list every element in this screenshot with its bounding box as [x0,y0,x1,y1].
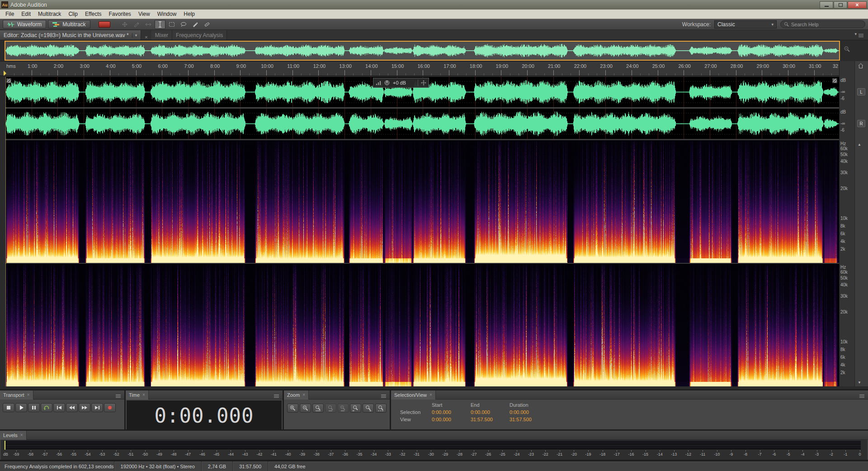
status-file-size: 2,74 GB [201,461,232,471]
transport-panel-tab[interactable]: Transport× [0,390,33,400]
transport-close-icon[interactable]: × [27,392,30,397]
search-input[interactable] [791,22,862,27]
menu-favorites[interactable]: Favorites [105,11,135,17]
menu-edit[interactable]: Edit [18,11,34,17]
minimize-button[interactable] [820,1,833,9]
tab-editor[interactable]: Editor: Zodiac (=1983=) Music in the Uni… [0,30,141,40]
selection-handle-left[interactable] [6,78,11,83]
zoom-full-button[interactable] [312,404,324,413]
left-channel-button[interactable]: L [857,88,865,95]
bottom-panel-row: Transport× Time× 0:00.000 [0,390,868,429]
ruler-label: 24:00 [626,63,639,69]
slip-tool[interactable] [143,20,154,29]
selection-end-value[interactable]: 0:00.000 [471,409,509,415]
zoom-out-full-button[interactable] [338,404,349,413]
spectrogram-left-channel[interactable] [5,140,839,263]
close-button[interactable]: × [848,1,867,9]
levels-scale-label: -55 [71,452,76,457]
selection-start-value[interactable]: 0:00.000 [432,409,471,415]
selection-view-close-icon[interactable]: × [429,392,432,397]
ruler-label: 28:00 [731,63,743,69]
overview-zoom-out-icon[interactable] [844,46,851,54]
overview-waveform[interactable] [5,42,839,60]
timeline-ruler[interactable]: hms 1:002:003:004:005:006:007:008:009:00… [0,61,854,76]
view-start-value[interactable]: 0:00.000 [432,417,471,422]
home-zoom-icon[interactable] [858,63,864,70]
zoom-out-button[interactable] [300,404,311,413]
tab-frequency-analysis[interactable]: Frequency Analysis [172,30,227,40]
record-button[interactable] [104,403,116,412]
loop-playback-button[interactable] [41,403,52,412]
spectrogram-right-channel[interactable] [5,264,839,386]
spot-healing-brush-tool[interactable] [202,20,212,29]
menu-view[interactable]: View [135,11,154,17]
maximize-button[interactable] [834,1,847,9]
move-tool[interactable] [119,20,130,29]
zoom-to-selection-button[interactable] [325,404,336,413]
view-duration-value[interactable]: 31:57.500 [509,417,553,422]
workspace-select[interactable]: Classic ▾ [714,20,777,29]
editor-group-close-icon[interactable]: × [141,34,151,40]
selection-view-panel-tab[interactable]: Selection/View× [391,390,436,400]
time-panel-tab[interactable]: Time× [126,390,149,400]
zoom-in-left-edge-button[interactable] [350,404,361,413]
tab-mixer[interactable]: Mixer [151,30,172,40]
search-help-box[interactable] [780,20,865,28]
freq-scale-label: 6k [840,231,854,236]
levels-panel-tab[interactable]: Levels× [0,431,27,440]
waveform-view-button[interactable]: Waveform [3,20,46,29]
right-channel-button[interactable]: R [857,120,865,127]
waveform-right-channel[interactable] [5,109,839,139]
marquee-selection-tool[interactable] [166,20,177,29]
hud-move-icon[interactable] [421,80,426,86]
zoom-close-icon[interactable]: × [302,392,305,397]
selection-duration-value[interactable]: 0:00.000 [509,409,553,415]
gain-value[interactable]: +0 dB [393,80,406,86]
go-to-beginning-button[interactable] [53,403,65,412]
zoom-in-button[interactable] [287,404,298,413]
scroll-up-icon[interactable]: ▲ [858,143,861,147]
levels-scale-label: -27 [471,452,477,457]
time-menu-icon[interactable] [274,395,279,395]
gain-knob[interactable] [384,80,390,86]
status-sample-info: 192000 Hz • 32-bit (float) • Stereo [114,461,201,471]
selection-view-menu-icon[interactable] [859,395,864,395]
zoom-menu-icon[interactable] [381,395,386,395]
pause-button[interactable] [28,403,40,412]
record-indicator-button[interactable] [99,21,110,28]
fast-forward-button[interactable] [79,403,90,412]
selection-handle-right[interactable] [832,78,837,83]
razor-tool[interactable] [131,20,142,29]
scroll-down-icon[interactable]: ▼ [858,381,861,385]
panel-menu-icon[interactable]: ▾ [854,32,863,40]
time-close-icon[interactable]: × [142,392,145,397]
zoom-panel-tab[interactable]: Zoom× [284,390,309,400]
menu-effects[interactable]: Effects [81,11,105,17]
menu-help[interactable]: Help [180,11,198,17]
view-end-value[interactable]: 31:57.500 [471,417,509,422]
stop-button[interactable] [3,403,14,412]
editor-file-dropdown-icon[interactable]: ▾ [132,33,137,38]
time-selection-tool[interactable] [155,20,165,29]
paintbrush-selection-tool[interactable] [190,20,201,29]
play-button[interactable] [15,403,27,412]
playhead-caret[interactable] [4,71,6,76]
multitrack-view-button[interactable]: Multitrack [48,20,90,29]
rewind-button[interactable] [66,403,78,412]
overview-navigator[interactable] [5,41,840,61]
menu-window[interactable]: Window [154,11,180,17]
time-display[interactable]: 0:00.000 [127,400,282,430]
menu-file[interactable]: File [2,11,18,17]
current-time-value[interactable]: 0:00.000 [155,404,254,427]
lasso-selection-tool[interactable] [178,20,189,29]
menu-clip[interactable]: Clip [65,11,81,17]
zoom-in-right-edge-button[interactable] [363,404,374,413]
meter-level-mark [5,441,5,450]
gain-hud[interactable]: +0 dB [373,78,429,88]
levels-close-icon[interactable]: × [20,433,23,438]
menu-multitrack[interactable]: Multitrack [34,11,65,17]
go-to-end-button[interactable] [91,403,103,412]
zoom-reset-button[interactable] [375,404,387,413]
freq-scale-label: 60k [840,270,854,275]
transport-menu-icon[interactable] [116,395,121,395]
